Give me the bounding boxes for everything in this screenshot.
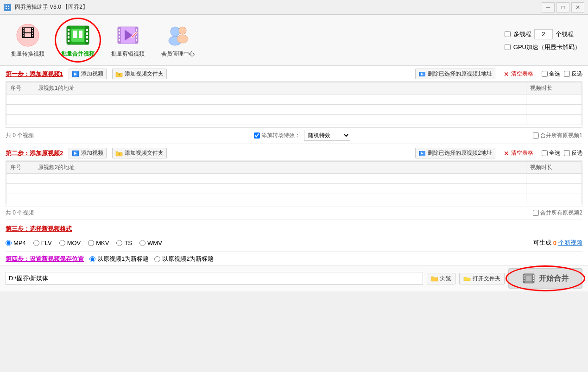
step1-clear-label: 清空表格 xyxy=(511,70,533,78)
maximize-button[interactable]: □ xyxy=(556,2,569,13)
step2-merge-all-label[interactable]: 合并所有原视频2 xyxy=(533,209,582,217)
step2-add-video-button[interactable]: 添加视频 xyxy=(69,148,107,158)
step2-add-folder-icon: + xyxy=(115,150,123,157)
format-mp4-label[interactable]: MP4 xyxy=(6,240,26,246)
step2-delete-button[interactable]: 删除已选择的原视频2地址 xyxy=(415,148,495,158)
format-flv-label[interactable]: FLV xyxy=(33,240,52,246)
format-mp4-text: MP4 xyxy=(13,240,26,246)
browse-button[interactable]: 浏览 xyxy=(427,273,455,284)
format-ts-label[interactable]: TS xyxy=(116,240,132,246)
format-mkv-label[interactable]: MKV xyxy=(88,240,109,246)
toolbar-batch-merge[interactable]: 批量合并视频 xyxy=(57,20,98,60)
batch-edit-icon xyxy=(115,22,141,48)
svg-rect-15 xyxy=(86,32,88,35)
step1-invert-label[interactable]: 反选 xyxy=(564,70,582,78)
step1-title[interactable]: 第一步：添加原视频1 xyxy=(6,70,63,78)
svg-rect-28 xyxy=(136,29,137,31)
step2-table-container: 序号 原视频2的地址 视频时长 xyxy=(6,161,582,207)
format-mov-radio[interactable] xyxy=(59,240,65,246)
open-folder-button[interactable]: 打开文件夹 xyxy=(459,273,505,284)
thread-count-input[interactable] xyxy=(534,29,553,39)
step4-option1-radio[interactable] xyxy=(89,256,95,262)
step1-select-all-checkbox[interactable] xyxy=(542,71,548,77)
step2-title[interactable]: 第二步：添加原视频2 xyxy=(6,149,63,158)
browse-icon xyxy=(431,275,438,282)
step2-invert-checkbox[interactable] xyxy=(564,150,570,156)
start-merge-button[interactable]: 开始合并 xyxy=(508,268,582,289)
step1-header: 第一步：添加原视频1 添加视频 + 添加视频文件夹 删除已选 xyxy=(6,66,582,82)
step1-clear-button[interactable]: ✕ 清空表格 xyxy=(501,69,536,79)
save-path-input[interactable] xyxy=(6,272,423,285)
generate-count: 0 xyxy=(553,240,556,246)
format-mov-label[interactable]: MOV xyxy=(59,240,81,246)
clear-icon: ✕ xyxy=(504,70,509,78)
step4-option2-label[interactable]: 以原视频2为新标题 xyxy=(154,255,214,263)
svg-rect-4 xyxy=(8,8,9,9)
step1-select-all-text: 全选 xyxy=(549,70,560,78)
gpu-accel-checkbox[interactable] xyxy=(505,44,511,50)
svg-rect-27 xyxy=(119,39,120,41)
step1-count: 共 0 个视频 xyxy=(6,132,34,139)
svg-point-37 xyxy=(177,35,188,43)
svg-rect-3 xyxy=(6,8,7,9)
step1-merge-all-label[interactable]: 合并所有原视频1 xyxy=(533,132,582,139)
svg-rect-25 xyxy=(119,32,120,34)
step1-footer-right: 合并所有原视频1 xyxy=(533,132,582,139)
step2-table: 序号 原视频2的地址 视频时长 xyxy=(6,161,582,204)
step1-add-folder-button[interactable]: + 添加视频文件夹 xyxy=(112,69,167,79)
window-controls: ─ □ ✕ xyxy=(542,2,584,13)
svg-rect-26 xyxy=(119,36,120,38)
step1-add-video-button[interactable]: 添加视频 xyxy=(69,69,107,79)
format-mp4-radio[interactable] xyxy=(6,240,12,246)
format-wmv-radio[interactable] xyxy=(139,240,145,246)
minimize-button[interactable]: ─ xyxy=(542,2,555,13)
svg-point-36 xyxy=(179,27,186,34)
toolbar-member[interactable]: 会员管理中心 xyxy=(158,20,198,60)
step1-select-all-label[interactable]: 全选 xyxy=(542,70,560,78)
gpu-accel-label[interactable]: GPU加速（用显卡解码） xyxy=(505,43,581,51)
step2-add-video-icon xyxy=(72,150,79,157)
thread-unit: 个线程 xyxy=(556,30,574,38)
step3-section: 第三步：选择新视频格式 MP4 FLV MOV MKV TS xyxy=(6,221,582,251)
step4-option1-label[interactable]: 以原视频1为新标题 xyxy=(89,255,149,263)
svg-rect-20 xyxy=(79,31,82,38)
toolbar-batch-edit[interactable]: 批量剪辑视频 xyxy=(107,20,148,60)
close-button[interactable]: ✕ xyxy=(571,2,584,13)
format-ts-radio[interactable] xyxy=(116,240,122,246)
step2-select-all-checkbox[interactable] xyxy=(542,150,548,156)
multithread-checkbox[interactable] xyxy=(505,31,511,37)
step2-col-seq: 序号 xyxy=(6,162,34,174)
effects-checkbox-label[interactable]: 添加转场特效： xyxy=(254,132,300,139)
svg-rect-58 xyxy=(524,277,525,279)
svg-rect-40 xyxy=(78,71,79,77)
title-bar: 固乔剪辑助手 V8.0 【固乔2】 ─ □ ✕ xyxy=(0,0,588,15)
step2-select-all-label[interactable]: 全选 xyxy=(542,149,560,157)
format-flv-radio[interactable] xyxy=(33,240,39,246)
format-mkv-radio[interactable] xyxy=(88,240,94,246)
step2-invert-label[interactable]: 反选 xyxy=(564,149,582,157)
step4-option2-radio[interactable] xyxy=(154,256,160,262)
open-folder-icon xyxy=(463,275,471,282)
step1-invert-checkbox[interactable] xyxy=(564,71,570,77)
step1-merge-all-checkbox[interactable] xyxy=(533,132,539,139)
step2-add-video-label: 添加视频 xyxy=(81,149,103,157)
step3-title[interactable]: 第三步：选择新视频格式 xyxy=(6,223,72,235)
step1-delete-button[interactable]: 删除已选择的原视频1地址 xyxy=(415,69,495,79)
toolbar: 🎞 批量转换视频 批量合并视频 xyxy=(0,15,588,66)
step2-clear-button[interactable]: ✕ 清空表格 xyxy=(501,148,536,158)
format-wmv-label[interactable]: WMV xyxy=(139,240,162,246)
step2-merge-all-text: 合并所有原视频2 xyxy=(540,209,582,217)
svg-rect-30 xyxy=(136,36,137,38)
svg-rect-59 xyxy=(524,280,525,281)
step1-select-btns: 全选 反选 xyxy=(542,70,582,78)
svg-rect-44 xyxy=(419,72,420,76)
step4-title[interactable]: 第四步：设置新视频保存位置 xyxy=(6,255,84,263)
generate-info: 可生成 0 个新视频 xyxy=(533,239,582,247)
effects-select[interactable]: 随机特效 xyxy=(304,130,350,141)
effects-checkbox[interactable] xyxy=(254,132,260,139)
step2-add-folder-button[interactable]: + 添加视频文件夹 xyxy=(112,148,167,158)
multithread-checkbox-label[interactable]: 多线程 xyxy=(505,30,531,38)
step2-merge-all-checkbox[interactable] xyxy=(533,210,539,216)
generate-suffix[interactable]: 个新视频 xyxy=(558,239,582,247)
toolbar-batch-convert[interactable]: 🎞 批量转换视频 xyxy=(7,20,48,60)
